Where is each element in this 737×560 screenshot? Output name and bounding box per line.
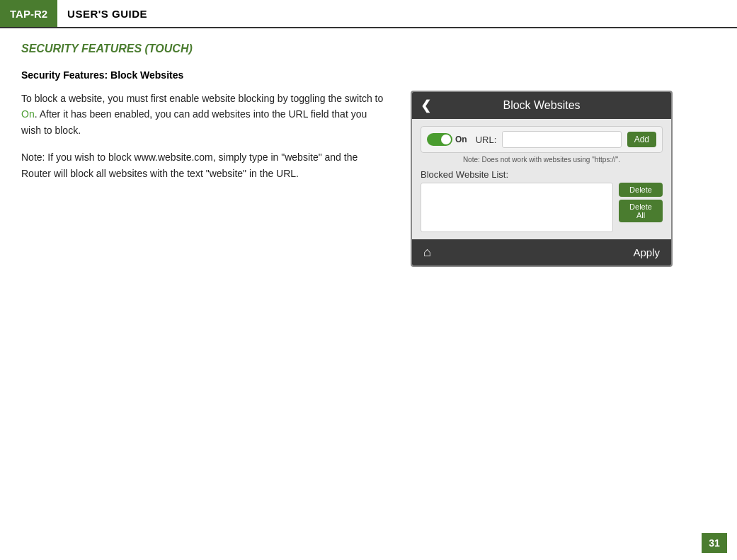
paragraph-1: To block a website, you must first enabl… xyxy=(21,91,389,138)
toggle-url-row: On URL: Add xyxy=(421,126,663,153)
paragraph-2: Note: If you wish to block www.website.c… xyxy=(21,149,389,181)
home-icon[interactable]: ⌂ xyxy=(423,245,431,260)
blocked-list-row: Delete Delete All xyxy=(421,183,663,232)
phone-mockup: ❮ Block Websites On URL: Add xyxy=(411,91,673,267)
toggle-label: On xyxy=(455,135,467,144)
url-input[interactable] xyxy=(502,131,621,148)
delete-all-button[interactable]: Delete All xyxy=(619,200,663,222)
main-layout: To block a website, you must first enabl… xyxy=(21,91,716,267)
blocked-list-label: Blocked Website List: xyxy=(421,169,663,180)
page-number: 31 xyxy=(702,533,727,553)
toggle-switch[interactable]: On xyxy=(427,133,467,146)
apply-button[interactable]: Apply xyxy=(633,246,660,258)
phone-screen-title: Block Websites xyxy=(503,99,580,112)
url-label: URL: xyxy=(476,135,497,145)
blocked-list-box xyxy=(421,183,613,232)
sub-heading: Security Features: Block Websites xyxy=(21,69,716,81)
page-header: TAP-R2 USER'S GUIDE xyxy=(0,0,737,28)
back-arrow-icon[interactable]: ❮ xyxy=(421,98,431,113)
guide-title: USER'S GUIDE xyxy=(57,8,147,20)
note-text: Note: Does not work with websites using … xyxy=(421,156,663,164)
page-content: SECURITY FEATURES (TOUCH) Security Featu… xyxy=(0,28,737,281)
section-title: SECURITY FEATURES (TOUCH) xyxy=(21,42,716,55)
list-buttons: Delete Delete All xyxy=(619,183,663,222)
add-button[interactable]: Add xyxy=(627,132,656,147)
phone-body: On URL: Add Note: Does not work with web… xyxy=(412,119,671,239)
on-highlight: On xyxy=(21,108,35,120)
brand-label: TAP-R2 xyxy=(0,0,57,27)
text-column: To block a website, you must first enabl… xyxy=(21,91,389,193)
toggle-knob xyxy=(441,135,451,144)
phone-header: ❮ Block Websites xyxy=(412,92,671,119)
toggle-track[interactable] xyxy=(427,133,452,146)
delete-button[interactable]: Delete xyxy=(619,183,663,197)
phone-footer: ⌂ Apply xyxy=(412,239,671,265)
